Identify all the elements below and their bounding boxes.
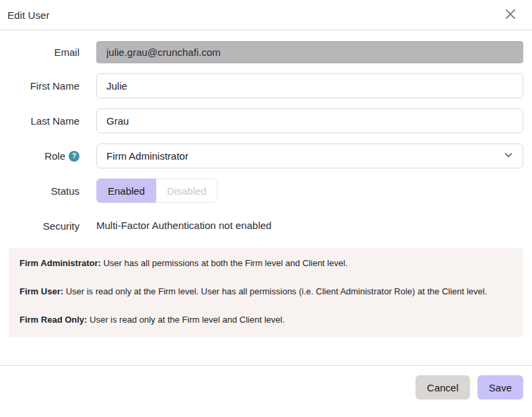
- role-description-term: Firm Read Only:: [20, 315, 87, 325]
- help-icon[interactable]: ?: [69, 151, 79, 162]
- edit-user-modal: Edit User Email First Name Last Name: [0, 0, 532, 417]
- status-toggle: Enabled Disabled: [96, 179, 218, 203]
- role-descriptions-box: Firm Administrator: User has all permiss…: [9, 248, 523, 337]
- last-name-field[interactable]: [96, 108, 523, 133]
- role-selected-value: Firm Administrator: [106, 150, 189, 162]
- modal-header: Edit User: [0, 0, 532, 30]
- last-name-row: Last Name: [9, 108, 523, 133]
- status-label: Status: [9, 185, 79, 197]
- mfa-status-text: Multi-Factor Authentication not enabled: [96, 220, 271, 231]
- role-row: Role ? Firm Administrator: [9, 143, 523, 168]
- modal-title: Edit User: [7, 9, 50, 21]
- email-label: Email: [9, 46, 79, 58]
- modal-body: Email First Name Last Name Role ?: [0, 30, 532, 365]
- role-label-text: Role: [44, 150, 65, 162]
- first-name-label: First Name: [9, 80, 79, 92]
- last-name-label: Last Name: [9, 115, 79, 127]
- role-description-firm-read-only: Firm Read Only: User is read only at the…: [20, 315, 512, 325]
- role-description-firm-administrator: Firm Administrator: User has all permiss…: [20, 258, 512, 269]
- role-description-firm-user: Firm User: User is read only at the Firm…: [20, 286, 512, 297]
- role-description-term: Firm Administrator:: [20, 258, 101, 268]
- role-label: Role ?: [9, 150, 79, 162]
- role-description-text: User is read only at the Firm level and …: [90, 315, 285, 325]
- role-description-text: User has all permissions at both the Fir…: [103, 258, 347, 268]
- modal-footer: Cancel Save: [0, 365, 532, 417]
- role-description-text: User is read only at the Firm level. Use…: [66, 286, 488, 296]
- email-field: [96, 41, 523, 63]
- role-select[interactable]: Firm Administrator: [96, 143, 523, 168]
- status-enabled-button[interactable]: Enabled: [96, 179, 156, 203]
- first-name-row: First Name: [9, 73, 523, 98]
- chevron-down-icon: [504, 150, 513, 162]
- role-description-term: Firm User:: [20, 286, 63, 296]
- status-row: Status Enabled Disabled: [9, 179, 523, 203]
- email-row: Email: [9, 41, 523, 63]
- security-label: Security: [9, 220, 79, 232]
- security-row: Security Multi-Factor Authentication not…: [9, 220, 523, 232]
- first-name-field[interactable]: [96, 73, 523, 98]
- save-button[interactable]: Save: [477, 375, 523, 399]
- close-icon: [504, 7, 517, 23]
- cancel-button[interactable]: Cancel: [415, 375, 470, 399]
- status-disabled-button[interactable]: Disabled: [156, 179, 218, 203]
- close-button[interactable]: [502, 6, 519, 24]
